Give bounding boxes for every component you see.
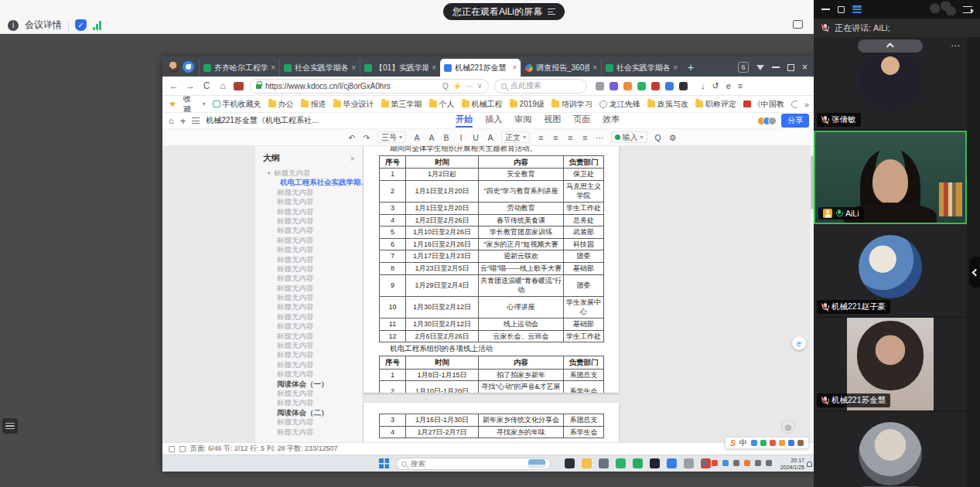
video-tile-active-speaker[interactable]: AiLi bbox=[814, 131, 967, 224]
browser-action-icon[interactable]: ↓ bbox=[701, 81, 705, 90]
outline-item[interactable]: 标题无内容 bbox=[255, 284, 363, 293]
browser-action-icon[interactable]: ≡ bbox=[738, 81, 743, 90]
outline-close-icon[interactable]: × bbox=[350, 154, 355, 163]
kdocs-menu-tab[interactable]: 开始 bbox=[456, 114, 473, 128]
ime-mode-label[interactable]: 中 bbox=[739, 438, 747, 448]
bookmark-item[interactable]: 培训学习 bbox=[551, 99, 592, 110]
taskbar-app-icon[interactable] bbox=[667, 458, 677, 468]
taskbar-clock[interactable]: 20:17 2024/1/25 bbox=[780, 458, 804, 472]
paragraph-style-select[interactable]: 正文▾ bbox=[501, 131, 530, 143]
network-signal-icon[interactable] bbox=[93, 21, 101, 30]
home-icon[interactable]: ⌂ bbox=[217, 80, 228, 91]
window-close-button[interactable]: × bbox=[802, 62, 808, 73]
kdocs-menu-tab[interactable]: 视图 bbox=[544, 114, 561, 128]
extension-icon[interactable] bbox=[610, 82, 618, 90]
screenshot-float-button[interactable]: ◎ bbox=[781, 420, 795, 434]
new-tab-button[interactable]: + bbox=[688, 61, 694, 73]
sidebar-restore-icon[interactable] bbox=[838, 6, 845, 13]
tab-close-icon[interactable]: × bbox=[432, 63, 436, 72]
outline-item[interactable]: 标题无内容 bbox=[255, 197, 363, 206]
font-size-select[interactable]: 三号▾ bbox=[377, 131, 406, 143]
outline-item[interactable]: 标题无内容 bbox=[255, 417, 363, 427]
taskbar-app-icon[interactable] bbox=[616, 458, 626, 468]
toolbar-icon[interactable]: ≡ bbox=[581, 133, 589, 142]
search-highlight-thumbnail[interactable] bbox=[528, 459, 545, 468]
input-mode-select[interactable]: 输入▾ bbox=[611, 131, 647, 143]
collaborator-avatars[interactable] bbox=[757, 117, 777, 125]
browser-float-button[interactable]: e bbox=[792, 336, 806, 350]
outline-item[interactable]: 阅读体会（一） bbox=[255, 380, 363, 389]
extension-icon[interactable] bbox=[651, 82, 660, 90]
outline-item[interactable]: 标题无内容 bbox=[255, 350, 363, 359]
dropdown-icon[interactable]: ˅ bbox=[477, 82, 482, 90]
security-shield-icon[interactable]: ✓ bbox=[75, 19, 87, 31]
bookmark-item[interactable]: 第三学期 bbox=[381, 99, 422, 110]
browser-tab[interactable]: 调查报告_360搜索 × bbox=[521, 59, 601, 77]
back-icon[interactable]: ← bbox=[169, 80, 179, 91]
ime-icon[interactable] bbox=[788, 440, 794, 446]
outline-item[interactable]: 标题无内容 bbox=[255, 398, 363, 407]
video-tile[interactable]: 机械221苏金慧 bbox=[814, 318, 967, 411]
bookmark-item[interactable]: 机械工程 bbox=[462, 99, 503, 110]
screen-list-icon[interactable] bbox=[548, 9, 555, 15]
kdocs-new-icon[interactable]: + bbox=[180, 115, 186, 127]
tab-close-icon[interactable]: × bbox=[592, 63, 597, 72]
kdocs-menu-tab[interactable]: 插入 bbox=[485, 114, 502, 128]
outline-item[interactable]: 标题无内容 bbox=[255, 427, 363, 437]
taskbar-app-icon[interactable] bbox=[684, 458, 694, 468]
browser-logo-icon[interactable] bbox=[183, 61, 194, 73]
toolbar-icon[interactable]: ⋯ bbox=[596, 133, 604, 142]
toolbar-icon[interactable]: B bbox=[442, 133, 450, 142]
tab-close-icon[interactable]: × bbox=[673, 63, 678, 72]
outline-item[interactable]: 标题无内容 bbox=[255, 236, 363, 245]
quick-search-field[interactable]: 点此搜索 bbox=[494, 79, 587, 94]
toolbar-icon[interactable]: ≡ bbox=[566, 133, 574, 142]
outline-item[interactable]: 标题无内容 bbox=[255, 216, 363, 226]
ime-icon[interactable] bbox=[797, 440, 804, 446]
sidebar-collapse-handle[interactable] bbox=[969, 257, 980, 288]
tray-icon[interactable] bbox=[755, 460, 761, 466]
outline-item[interactable]: 标题无内容 bbox=[255, 264, 363, 274]
forward-icon[interactable]: → bbox=[185, 80, 196, 91]
outline-item[interactable]: 标题无内容 bbox=[255, 341, 363, 350]
video-tile[interactable]: 机械221赵子豪 bbox=[814, 224, 967, 318]
kdocs-menu-tab[interactable]: 页面 bbox=[573, 114, 590, 128]
video-tile[interactable]: 李明 bbox=[814, 411, 967, 487]
workbench-icon[interactable] bbox=[234, 82, 244, 90]
tab-close-icon[interactable]: × bbox=[271, 63, 275, 72]
outline-item[interactable]: 标题无内容 bbox=[255, 302, 363, 312]
outline-item[interactable]: 标题无内容 bbox=[255, 245, 363, 254]
scroll-up-button[interactable] bbox=[858, 39, 923, 53]
outline-item[interactable]: 标题无内容 bbox=[255, 169, 363, 178]
bookmark-item[interactable]: 职称评定 bbox=[695, 99, 736, 110]
tray-icon[interactable] bbox=[701, 460, 707, 466]
window-minimize-button[interactable] bbox=[772, 66, 780, 68]
toolbar-icon[interactable]: U bbox=[472, 133, 480, 142]
notification-icon[interactable] bbox=[807, 461, 812, 467]
document-page-1[interactable]: 期间向全体学生组织开展相关主题教育活动。 序号时间内容负责部门 1 1月2日起 … bbox=[364, 146, 619, 393]
video-tile[interactable]: ⋯ 张倩敏 bbox=[814, 37, 967, 131]
outline-item[interactable]: 标题无内容 bbox=[255, 293, 363, 302]
document-page-2[interactable]: 3 1月16日-1月30日 新年家乡传统文化分享会 系团总支 4 1月27日-2… bbox=[364, 403, 619, 442]
tab-count-badge[interactable]: 6 bbox=[738, 62, 749, 73]
more-icon[interactable]: ⋯ bbox=[466, 82, 473, 90]
lightning-icon[interactable]: ⚡ bbox=[452, 82, 462, 90]
bookmark-item[interactable]: 2019级 bbox=[510, 99, 545, 110]
bookmark-item[interactable]: 报道 bbox=[301, 99, 326, 110]
tray-icon[interactable] bbox=[712, 460, 718, 466]
tab-close-icon[interactable]: × bbox=[351, 63, 356, 72]
share-button[interactable]: 分享 bbox=[781, 114, 809, 128]
zoom-page-icon[interactable]: Q bbox=[442, 82, 449, 90]
outline-item[interactable]: 机电工程系社会实践学期... bbox=[255, 178, 363, 187]
status-view-icon[interactable] bbox=[169, 446, 175, 452]
tray-icon[interactable] bbox=[766, 460, 772, 466]
info-icon[interactable]: i bbox=[8, 20, 19, 31]
browser-tab[interactable]: 社会实践学期各专业 × bbox=[601, 59, 681, 77]
refresh-icon[interactable]: C bbox=[201, 80, 212, 91]
taskbar-app-icon[interactable] bbox=[599, 458, 609, 468]
extension-icon[interactable] bbox=[637, 82, 646, 90]
watching-banner[interactable]: 您正在观看AiLi的屏幕 bbox=[443, 3, 565, 20]
tab-close-icon[interactable]: × bbox=[512, 63, 517, 72]
toolbar-icon[interactable]: ↶ bbox=[348, 133, 356, 142]
sogou-logo[interactable]: S bbox=[730, 439, 736, 448]
